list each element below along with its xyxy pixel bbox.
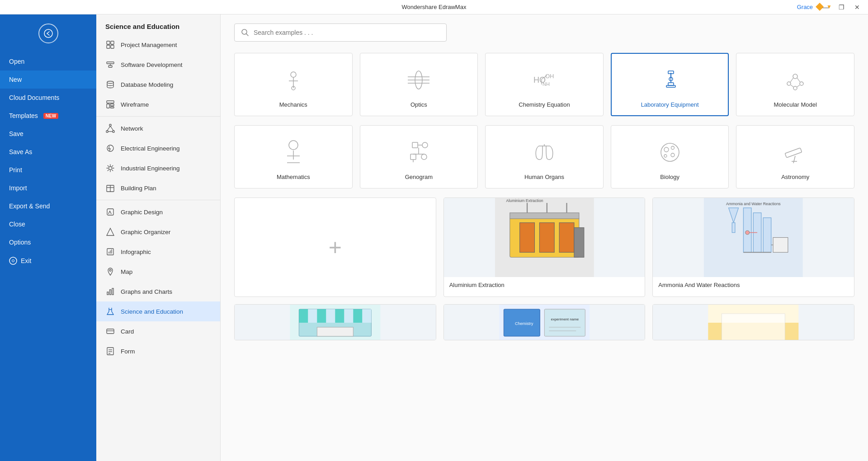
example-card-5[interactable]: Chemistry experiment name — [443, 304, 646, 340]
nav-item-network[interactable]: Network — [96, 118, 220, 138]
sidebar-item-export[interactable]: Export & Send — [0, 197, 96, 215]
maximize-button[interactable]: ❐ — [836, 3, 847, 12]
astronomy-label: Astronomy — [781, 174, 809, 180]
sidebar-item-templates[interactable]: Templates NEW — [0, 107, 96, 125]
svg-rect-113 — [732, 223, 736, 233]
close-button[interactable]: ✕ — [852, 3, 863, 12]
template-card-mathematics[interactable]: Mathematics — [234, 125, 353, 188]
nav-item-building[interactable]: Building Plan — [96, 178, 220, 198]
template-card-biology[interactable]: Biology — [611, 125, 729, 188]
options-label: Options — [9, 239, 31, 246]
nav-item-graphic-org[interactable]: Graphic Organizer — [96, 222, 220, 242]
electrical-icon — [105, 143, 115, 153]
back-button[interactable] — [38, 24, 58, 43]
nav-item-wireframe[interactable]: Wireframe — [96, 94, 220, 114]
template-card-mechanics[interactable]: Mechanics — [234, 53, 353, 116]
search-input[interactable] — [254, 29, 440, 36]
svg-point-46 — [291, 72, 296, 77]
sidebar-item-new[interactable]: New — [0, 71, 96, 89]
nav-divider-2 — [96, 200, 220, 200]
svg-text:Chemistry: Chemistry — [515, 321, 533, 326]
template-card-genogram[interactable]: Genogram — [360, 125, 478, 188]
nav-item-card[interactable]: Card — [96, 321, 220, 341]
nav-label-building: Building Plan — [121, 185, 156, 192]
example-card-6[interactable] — [652, 304, 854, 340]
svg-line-72 — [797, 85, 800, 87]
sidebar-item-print[interactable]: Print — [0, 161, 96, 179]
astronomy-icon — [779, 136, 811, 168]
template-card-astronomy[interactable]: Astronomy — [736, 125, 854, 188]
sidebar-item-exit[interactable]: Exit — [0, 251, 96, 270]
svg-rect-35 — [110, 290, 111, 295]
ammonia-img: Ammonia and Water Reactions — [653, 198, 854, 277]
svg-point-23 — [109, 167, 112, 170]
biology-label: Biology — [660, 174, 679, 180]
template-card-optics[interactable]: Optics — [360, 53, 478, 116]
svg-point-33 — [109, 269, 111, 271]
print-label: Print — [9, 166, 22, 174]
svg-text:Ammonia and Water Reactions: Ammonia and Water Reactions — [726, 202, 781, 206]
svg-point-87 — [661, 143, 679, 161]
sidebar-item-import[interactable]: Import — [0, 179, 96, 197]
svg-rect-127 — [317, 327, 353, 336]
nav-item-electrical[interactable]: Electrical Engineering — [96, 138, 220, 158]
svg-rect-4 — [107, 41, 110, 44]
svg-line-70 — [797, 78, 800, 82]
new-blank-card[interactable]: + — [234, 198, 436, 297]
svg-rect-107 — [744, 208, 752, 252]
svg-line-19 — [107, 126, 110, 131]
user-dropdown-icon[interactable]: ▼ — [826, 4, 832, 10]
svg-rect-12 — [107, 101, 114, 103]
template-card-chemistry[interactable]: HO OH NH Chemistry Equation — [485, 53, 604, 116]
nav-divider-1 — [96, 116, 220, 117]
example-card-ammonia[interactable]: Ammonia and Water Reactions Ammonia And … — [652, 198, 854, 297]
aluminium-label: Aluminium Extraction — [444, 277, 645, 293]
svg-point-67 — [800, 82, 803, 85]
nav-item-software-dev[interactable]: Software Development — [96, 55, 220, 75]
exit-label: Exit — [21, 257, 31, 264]
example4-img — [235, 305, 436, 340]
sidebar-item-options[interactable]: Options — [0, 233, 96, 251]
templates-label: Templates — [9, 112, 38, 119]
chemistry-label: Chemistry Equation — [519, 101, 570, 108]
template-card-molecular[interactable]: Molecular Model — [736, 53, 854, 116]
examples-grid-2: Chemistry experiment name — [234, 304, 854, 340]
genogram-label: Genogram — [405, 174, 433, 180]
example-card-aluminium[interactable]: Aluminium Extraction Aluminium Extractio… — [443, 198, 646, 297]
sidebar-item-cloud[interactable]: Cloud Documents — [0, 89, 96, 107]
example5-img: Chemistry experiment name — [444, 305, 645, 340]
nav-item-science[interactable]: Science and Education — [96, 301, 220, 321]
svg-rect-9 — [108, 66, 112, 67]
svg-point-90 — [671, 153, 675, 157]
sidebar-item-save-as[interactable]: Save As — [0, 143, 96, 161]
graphic-design-icon — [105, 207, 115, 217]
nav-label-graphic-design: Graphic Design — [121, 209, 163, 216]
nav-item-graphic-design[interactable]: Graphic Design — [96, 202, 220, 222]
svg-point-88 — [664, 147, 669, 152]
software-dev-icon — [105, 60, 115, 70]
sidebar-item-open[interactable]: Open — [0, 52, 96, 71]
svg-point-91 — [664, 155, 667, 157]
nav-item-database[interactable]: Database Modeling — [96, 75, 220, 94]
lab-icon — [654, 64, 686, 96]
left-sidebar: Open New Cloud Documents Templates NEW S… — [0, 14, 96, 461]
biology-icon — [654, 136, 686, 168]
nav-item-form[interactable]: Form — [96, 341, 220, 361]
example-card-4[interactable] — [234, 304, 436, 340]
nav-item-project-mgmt[interactable]: Project Management — [96, 35, 220, 55]
template-card-organs[interactable]: Human Organs — [485, 125, 604, 188]
nav-item-infographic[interactable]: Infographic — [96, 242, 220, 262]
svg-rect-119 — [299, 309, 308, 323]
nav-item-graphs[interactable]: Graphs and Charts — [96, 282, 220, 301]
sidebar-item-save[interactable]: Save — [0, 125, 96, 143]
svg-line-69 — [790, 78, 793, 82]
sidebar-item-close[interactable]: Close — [0, 215, 96, 233]
svg-rect-99 — [559, 223, 574, 253]
svg-rect-92 — [785, 148, 802, 158]
nav-item-map[interactable]: Map — [96, 262, 220, 282]
nav-item-industrial[interactable]: Industrial Engineering — [96, 158, 220, 178]
wireframe-icon — [105, 99, 115, 109]
svg-rect-13 — [107, 104, 109, 108]
save-as-label: Save As — [9, 148, 32, 155]
template-card-lab[interactable]: Laboratory Equipment — [611, 53, 729, 116]
